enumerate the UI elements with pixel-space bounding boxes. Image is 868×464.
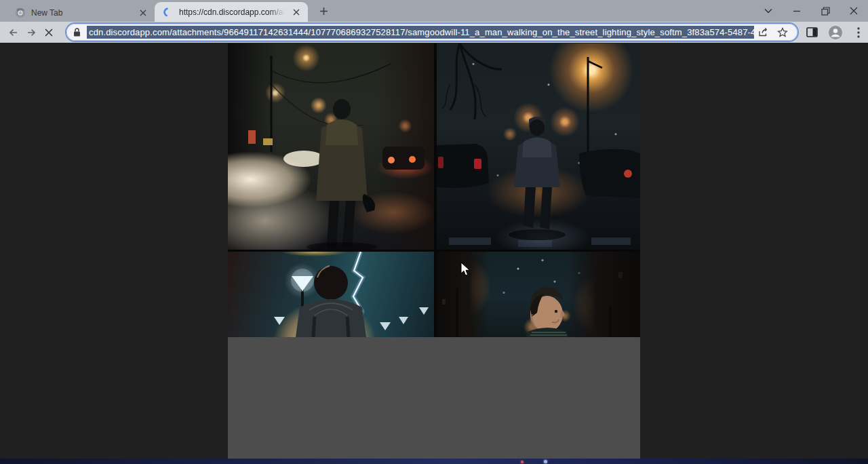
address-bar[interactable]: cdn.discordapp.com/attachments/966491171… [66,24,797,41]
tab-new-tab[interactable]: New Tab [7,3,155,22]
forward-arrow-icon [26,27,37,38]
share-button[interactable] [754,25,773,40]
avatar-icon [828,25,843,40]
mouse-cursor [460,262,471,277]
side-panel-icon [806,27,818,37]
chrome-logo-icon [15,7,26,18]
taskbar-app-icon-dot [544,460,547,463]
tab-title: New Tab [31,8,132,18]
toolbar: cdn.discordapp.com/attachments/966491171… [0,22,868,43]
restore-button[interactable] [811,0,840,22]
side-panel-button[interactable] [803,23,822,42]
tab-strip: New Tab https://cdn.discordapp.com/atta [0,0,868,22]
image-grid [228,43,640,459]
minimize-button[interactable] [783,0,811,22]
bookmark-button[interactable] [773,25,792,40]
tab-discord-cdn[interactable]: https://cdn.discordapp.com/atta [155,2,308,22]
unloaded-image-region [228,337,640,459]
image-quadrant-lightning [228,252,434,337]
browser-window: New Tab https://cdn.discordapp.com/atta [0,0,868,464]
tab-title: https://cdn.discordapp.com/atta [179,7,285,17]
url-selected-text: cdn.discordapp.com/attachments/966491171… [87,26,754,39]
close-window-button[interactable] [840,0,868,22]
star-icon [777,27,788,38]
profile-avatar[interactable] [826,23,845,42]
window-controls [754,0,868,22]
new-tab-button[interactable] [315,2,332,20]
stop-x-icon [44,28,54,37]
three-dot-menu-icon [857,27,860,38]
image-quadrant-snowy-street [437,43,640,250]
taskbar-notification-dot [521,461,524,463]
lock-icon[interactable] [73,28,87,37]
page-content [0,43,868,459]
tab-search-chevron-icon[interactable] [754,0,783,22]
toolbar-right-icons [803,23,868,42]
loading-spinner-icon [163,7,174,18]
browser-menu-button[interactable] [849,23,868,42]
tab-close-icon[interactable] [137,7,149,19]
stop-loading-button[interactable] [41,23,57,42]
forward-button[interactable] [23,23,39,42]
back-arrow-icon [8,27,19,38]
back-button[interactable] [5,23,21,42]
share-icon [758,27,769,37]
tab-close-icon[interactable] [290,6,302,18]
image-quadrant-rainy-street [228,43,434,250]
url-field[interactable]: cdn.discordapp.com/attachments/966491171… [87,26,754,39]
plus-icon [319,7,328,16]
taskbar [0,459,868,464]
